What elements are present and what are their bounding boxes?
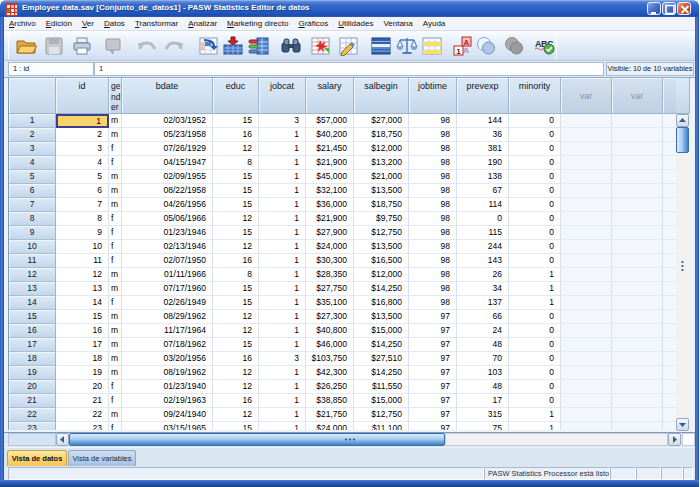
row-header-9[interactable]: 9 <box>9 226 56 240</box>
cell[interactable]: 1 <box>259 240 306 254</box>
cell[interactable]: 17 <box>457 394 509 408</box>
cell[interactable]: 1 <box>259 254 306 268</box>
cell[interactable]: $13,500 <box>354 184 409 198</box>
cell[interactable]: 18 <box>56 352 109 366</box>
cell[interactable] <box>612 366 663 380</box>
cell[interactable] <box>612 226 663 240</box>
cell[interactable]: 3 <box>259 114 306 128</box>
cell[interactable]: 2 <box>56 128 109 142</box>
cell[interactable] <box>612 114 663 128</box>
insert-cases-icon[interactable] <box>309 34 333 58</box>
cell[interactable] <box>561 296 612 310</box>
cell[interactable]: $24,000 <box>306 422 354 430</box>
cell[interactable]: m <box>109 352 122 366</box>
cell[interactable]: $21,750 <box>306 408 354 422</box>
cell[interactable] <box>561 310 612 324</box>
selected-cell[interactable]: 1 <box>56 114 109 128</box>
menu-ver[interactable]: Ver <box>77 17 99 31</box>
cell[interactable]: 98 <box>409 156 457 170</box>
cell[interactable]: 1 <box>259 366 306 380</box>
cell[interactable]: 98 <box>409 128 457 142</box>
cell[interactable]: 15 <box>213 296 259 310</box>
cell[interactable] <box>561 366 612 380</box>
close-button[interactable] <box>677 2 691 15</box>
cell[interactable] <box>663 366 676 380</box>
column-header-var[interactable]: var <box>612 78 663 114</box>
cell[interactable]: $26,250 <box>306 380 354 394</box>
cell[interactable] <box>561 198 612 212</box>
select-cases-icon[interactable] <box>420 34 444 58</box>
cell[interactable]: 1 <box>259 338 306 352</box>
cell[interactable] <box>561 114 612 128</box>
cell[interactable] <box>663 114 676 128</box>
cell[interactable]: f <box>109 380 122 394</box>
cell[interactable]: f <box>109 296 122 310</box>
cell[interactable]: 3 <box>259 352 306 366</box>
row-header-17[interactable]: 17 <box>9 338 56 352</box>
cell[interactable]: 98 <box>409 240 457 254</box>
cell[interactable]: 24 <box>457 324 509 338</box>
menu-archivo[interactable]: Archivo <box>4 17 41 31</box>
column-header-salary[interactable]: salary <box>306 78 354 114</box>
row-header-21[interactable]: 21 <box>9 394 56 408</box>
cell[interactable] <box>612 268 663 282</box>
cell[interactable]: $21,900 <box>306 212 354 226</box>
cell[interactable]: 0 <box>509 338 561 352</box>
cell[interactable]: 8 <box>213 156 259 170</box>
cell[interactable]: 15 <box>213 226 259 240</box>
cell[interactable]: m <box>109 324 122 338</box>
cell[interactable] <box>612 310 663 324</box>
row-header-13[interactable]: 13 <box>9 282 56 296</box>
cell[interactable]: $42,300 <box>306 366 354 380</box>
horizontal-scroll-thumb[interactable] <box>69 433 445 446</box>
cell[interactable]: 02/26/1949 <box>122 296 213 310</box>
row-header-20[interactable]: 20 <box>9 380 56 394</box>
cell[interactable]: 4 <box>56 156 109 170</box>
cell[interactable]: 0 <box>509 352 561 366</box>
cell[interactable]: $24,000 <box>306 240 354 254</box>
cell[interactable]: 26 <box>457 268 509 282</box>
cell[interactable]: m <box>109 366 122 380</box>
cell[interactable] <box>561 142 612 156</box>
grid-corner-cell[interactable] <box>9 78 56 114</box>
cell[interactable] <box>561 170 612 184</box>
column-header-jobcat[interactable]: jobcat <box>259 78 306 114</box>
cell[interactable]: 0 <box>509 128 561 142</box>
menu-ventana[interactable]: Ventana <box>378 17 417 31</box>
cell[interactable]: 7 <box>56 198 109 212</box>
row-header-15[interactable]: 15 <box>9 310 56 324</box>
cell[interactable]: 0 <box>509 254 561 268</box>
cell[interactable]: f <box>109 226 122 240</box>
cell[interactable]: 0 <box>509 240 561 254</box>
cell[interactable]: 67 <box>457 184 509 198</box>
column-header-id[interactable]: id <box>56 78 109 114</box>
cell[interactable] <box>561 212 612 226</box>
menu-transformar[interactable]: Transformar <box>130 17 183 31</box>
cell[interactable]: 1 <box>259 422 306 430</box>
cell[interactable]: 21 <box>56 394 109 408</box>
open-data-icon[interactable] <box>14 34 38 58</box>
cell[interactable]: $32,100 <box>306 184 354 198</box>
scroll-right-button[interactable] <box>668 433 681 446</box>
cell-editor-input[interactable]: 1 <box>94 62 604 76</box>
cell[interactable]: 0 <box>509 324 561 338</box>
cell[interactable]: 143 <box>457 254 509 268</box>
cell[interactable]: 1 <box>509 282 561 296</box>
cell[interactable]: 04/15/1947 <box>122 156 213 170</box>
cell[interactable]: 20 <box>56 380 109 394</box>
cell[interactable]: 12 <box>213 324 259 338</box>
cell[interactable]: m <box>109 184 122 198</box>
row-header-3[interactable]: 3 <box>9 142 56 156</box>
titlebar[interactable]: Employee data.sav [Conjunto_de_datos1] -… <box>0 0 699 17</box>
tab-data-view[interactable]: Vista de datos <box>7 450 67 466</box>
column-header-salbegin[interactable]: salbegin <box>354 78 409 114</box>
cell[interactable] <box>612 142 663 156</box>
cell[interactable]: 98 <box>409 226 457 240</box>
cell[interactable] <box>561 324 612 338</box>
cell[interactable]: 97 <box>409 352 457 366</box>
cell[interactable]: 12 <box>213 240 259 254</box>
insert-variable-icon[interactable] <box>337 34 361 58</box>
cell[interactable] <box>612 170 663 184</box>
cell[interactable] <box>612 422 663 430</box>
scroll-up-button[interactable] <box>676 114 689 127</box>
